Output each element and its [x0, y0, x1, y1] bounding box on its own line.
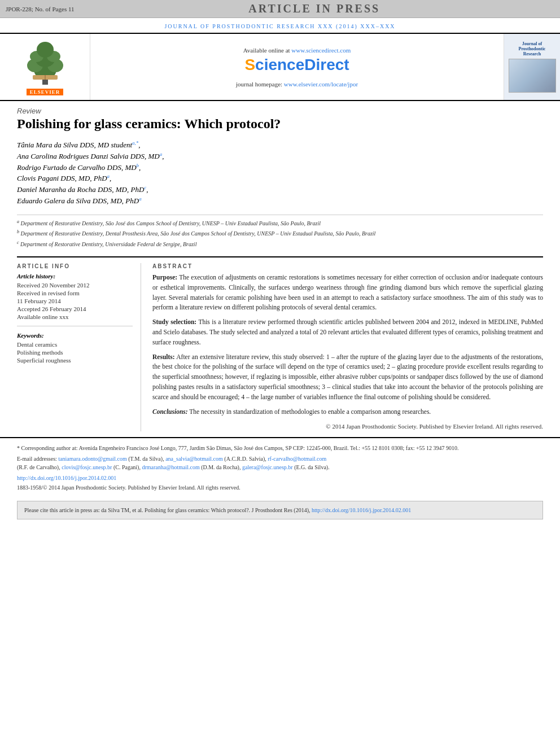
author-2-sup: a [160, 151, 163, 157]
thumb-title: Journal ofProsthodonticResearch [519, 41, 546, 56]
author-1-sup: a,* [132, 140, 138, 146]
author-5: Daniel Maranha da Rocha DDS, MD, PhDc, [17, 184, 543, 195]
purpose-text: The execution of adjustments on ceramic … [152, 274, 543, 311]
two-col-section: ARTICLE INFO Article history: Received 2… [17, 256, 543, 431]
authors-section: Tânia Mara da Silva DDS, MD studenta,*, … [17, 139, 543, 207]
author-3-name: Rodrigo Furtado de Carvalho DDS, MD [17, 163, 137, 172]
author-2: Ana Carolina Rodrigues Danzi Salvia DDS,… [17, 151, 543, 162]
journal-thumbnail: Journal ofProsthodonticResearch [504, 34, 560, 100]
email-rf[interactable]: rf-carvalho@hotmail.com [268, 456, 326, 462]
article-history-label: Article history: [17, 273, 133, 279]
purpose-label: Purpose: [152, 274, 177, 281]
elsevier-label: ELSEVIER [27, 89, 64, 95]
journal-homepage: journal homepage: www.elsevier.com/locat… [236, 81, 358, 88]
conclusions-label: Conclusions: [152, 408, 188, 415]
history-online: Available online xxx [17, 313, 133, 320]
svg-point-7 [37, 42, 54, 58]
author-5-name: Daniel Maranha da Rocha DDS, MD, PhD [17, 186, 144, 194]
article-title: Polishing for glass ceramics: Which prot… [17, 116, 543, 132]
available-online: Available online at www.sciencedirect.co… [243, 47, 351, 54]
email-label: E-mail addresses: [17, 456, 58, 462]
page: JPOR-228; No. of Pages 11 ARTICLE IN PRE… [0, 0, 560, 747]
journal-title-text: JOURNAL OF PROSTHODONTIC RESEARCH XXX (2… [164, 23, 395, 29]
email-dm[interactable]: drmaranha@hotmail.com [142, 464, 199, 470]
footer-emails: E-mail addresses: taniamara.odonto@gmail… [17, 455, 543, 471]
abstract-results: Results: After an extensive literature r… [152, 352, 543, 403]
journal-title-bar: JOURNAL OF PROSTHODONTIC RESEARCH XXX (2… [0, 18, 560, 34]
email-eg[interactable]: galera@fosjc.unesp.br [242, 464, 293, 470]
email-cp[interactable]: clovis@fosjc.unesp.br [62, 464, 112, 470]
sd-s-icon: S [244, 56, 255, 73]
copyright-line: © 2014 Japan Prosthodontic Society. Publ… [152, 422, 543, 431]
doi-link[interactable]: http://dx.doi.org/10.1016/j.jpor.2014.02… [17, 475, 116, 481]
abstract-header: ABSTRACT [152, 263, 543, 269]
footer-issn: 1883-1958/© 2014 Japan Prosthodontic Soc… [17, 483, 543, 492]
author-1-name: Tânia Mara da Silva DDS, MD student [17, 141, 132, 149]
author-3-sup: b [137, 163, 139, 168]
author-1: Tânia Mara da Silva DDS, MD studenta,*, [17, 139, 543, 151]
cite-bar: Please cite this article in press as: da… [17, 501, 543, 519]
article-info-header: ARTICLE INFO [17, 263, 133, 269]
email-tm[interactable]: taniamara.odonto@gmail.com [58, 456, 126, 462]
cite-text: Please cite this article in press as: da… [24, 507, 312, 513]
keywords-label: Keywords: [17, 332, 133, 339]
footer-area: * Corresponding author at: Avenida Engen… [0, 437, 560, 495]
author-4-name: Clovis Pagani DDS, MD, PhD [17, 174, 107, 183]
elsevier-brand: ELSEVIER [27, 89, 64, 95]
abstract-study: Study selection: This is a literature re… [152, 317, 543, 347]
email-acrd[interactable]: ana_salvia@hotmail.com [165, 456, 223, 462]
header-area: ELSEVIER Available online at www.science… [0, 34, 560, 101]
review-label: Review [17, 107, 543, 115]
author-6-sup: a [139, 196, 142, 202]
cite-doi-link[interactable]: http://dx.doi.org/10.1016/j.jpor.2014.02… [312, 507, 411, 513]
history-received: Received 20 November 2012 [17, 282, 133, 289]
conclusions-text: The necessity in standardization of meth… [189, 408, 431, 415]
article-in-press-label: ARTICLE IN PRESS [248, 2, 380, 15]
thumb-image [509, 59, 556, 93]
divider [17, 326, 133, 326]
abstract-col: ABSTRACT Purpose: The execution of adjus… [152, 263, 543, 431]
affiliation-b: b Department of Restorative Dentistry, D… [17, 229, 543, 238]
author-6: Eduardo Galera da Silva DDS, MD, PhDa [17, 195, 543, 207]
keyword-1: Dental ceramics [17, 341, 133, 348]
affiliation-a: a Department of Restorative Dentistry, S… [17, 219, 543, 228]
keyword-3: Superficial roughness [17, 357, 133, 364]
elsevier-logo-area: ELSEVIER [0, 34, 90, 100]
abstract-section: Purpose: The execution of adjustments on… [152, 273, 543, 431]
journal-homepage-url[interactable]: www.elsevier.com/locate/jpor [284, 81, 358, 88]
banner-left: JPOR-228; No. of Pages 11 [6, 6, 75, 12]
author-2-name: Ana Carolina Rodrigues Danzi Salvia DDS,… [17, 152, 160, 160]
author-5-sup: c [144, 185, 146, 190]
history-revised-label: Received in revised form [17, 290, 133, 296]
history-accepted: Accepted 26 February 2014 [17, 305, 133, 312]
affiliation-c: c Department of Restorative Dentistry, U… [17, 239, 543, 248]
footer-doi: http://dx.doi.org/10.1016/j.jpor.2014.02… [17, 474, 543, 482]
corresponding-text: * Corresponding author at: Avenida Engen… [17, 445, 459, 451]
article-info-col: ARTICLE INFO Article history: Received 2… [17, 263, 141, 431]
author-4-sup: a [107, 173, 110, 179]
author-3: Rodrigo Furtado de Carvalho DDS, MDb, [17, 162, 543, 173]
abstract-purpose: Purpose: The execution of adjustments on… [152, 273, 543, 313]
abstract-conclusions: Conclusions: The necessity in standardiz… [152, 407, 543, 417]
sciencedirect-url[interactable]: www.sciencedirect.com [291, 47, 351, 54]
sciencedirect-logo: ScienceDirect [244, 56, 349, 74]
author-6-name: Eduardo Galera da Silva DDS, MD, PhD [17, 196, 139, 205]
affiliations-section: a Department of Restorative Dentistry, S… [17, 215, 543, 248]
author-4: Clovis Pagani DDS, MD, PhDa, [17, 173, 543, 184]
header-center: Available online at www.sciencedirect.co… [90, 34, 504, 100]
main-content: Review Polishing for glass ceramics: Whi… [0, 101, 560, 437]
results-text: After an extensive literature review, th… [152, 353, 543, 400]
study-text: This is a literature review performed th… [152, 318, 543, 346]
history-revised-date: 11 February 2014 [17, 298, 133, 304]
results-label: Results: [152, 353, 175, 360]
top-banner: JPOR-228; No. of Pages 11 ARTICLE IN PRE… [0, 0, 560, 18]
corresponding-note: * Corresponding author at: Avenida Engen… [17, 444, 543, 452]
study-label: Study selection: [152, 318, 196, 325]
elsevier-tree-icon [17, 38, 73, 86]
keyword-2: Polishing methods [17, 349, 133, 356]
